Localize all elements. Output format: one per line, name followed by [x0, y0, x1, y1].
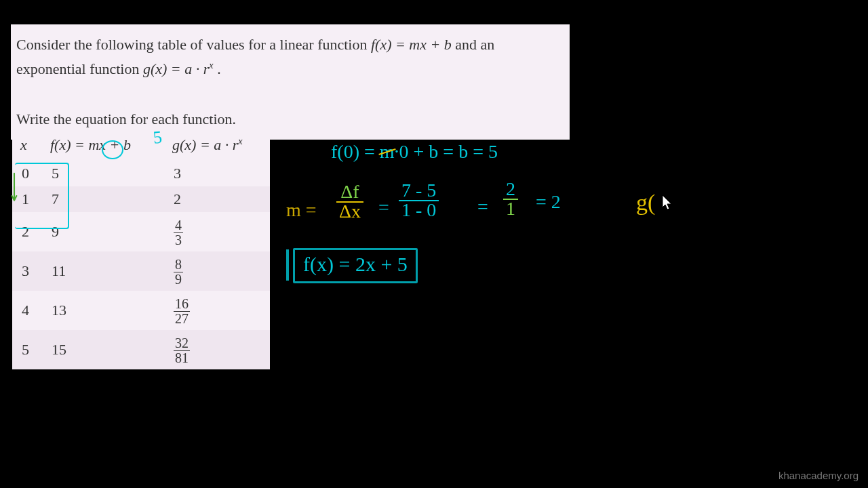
text: exponential function [16, 60, 143, 77]
cell-x: 4 [22, 302, 52, 319]
text-m-struck: m [380, 141, 395, 163]
text: . [214, 60, 221, 77]
annotation-box-rows [15, 163, 69, 229]
cell-g: 1627 [174, 295, 263, 326]
result-f: f(x) = 2x + 5 [303, 253, 408, 275]
derivation-m-frac2: 7 - 51 - 0 [399, 182, 439, 219]
den: 1 [503, 199, 518, 218]
den: 1 - 0 [399, 200, 439, 220]
cell-f: 9 [52, 223, 174, 241]
text-m: m [88, 136, 99, 153]
derivation-g-partial: g( [636, 190, 655, 216]
watermark: khanacademy.org [778, 470, 859, 481]
annotation-arrow-down [11, 172, 18, 206]
table-header: x f(x) = mx + b g(x) = a · rx [12, 130, 270, 161]
text-exp: x [238, 136, 242, 146]
text: f(0) = [331, 141, 380, 162]
derivation-m-frac3: 21 [503, 180, 518, 218]
text: ·0 + b = b = 5 [395, 141, 498, 162]
text: f(x) = [50, 136, 88, 153]
table-row: 4131627 [12, 291, 270, 330]
result-box: f(x) = 2x + 5 [293, 248, 418, 283]
formula-f: f(x) = mx + b [371, 36, 452, 53]
den: Δx [336, 201, 363, 221]
cell-g: 43 [174, 216, 263, 247]
table-row: 31189 [12, 251, 270, 291]
text: Consider the following table of values f… [16, 36, 371, 53]
text: g(x) = a · r [172, 136, 238, 153]
num: 2 [503, 180, 518, 199]
cell-g: 3281 [174, 334, 263, 365]
cell-g: 89 [174, 256, 263, 287]
col-header-x: x [20, 136, 50, 154]
result-box-left-bar [286, 249, 289, 281]
cell-f: 15 [52, 341, 174, 359]
num: 7 - 5 [399, 182, 439, 200]
cursor-icon [660, 194, 674, 211]
problem-line-3: Write the equation for each function. [16, 108, 564, 130]
cell-g: 2 [174, 190, 263, 208]
cell-f: 7 [52, 190, 174, 208]
text: m = [286, 199, 317, 220]
derivation-f0: f(0) = m·0 + b = b = 5 [331, 141, 498, 163]
eq-sign-2: = [477, 196, 488, 218]
cell-f: 13 [52, 302, 174, 319]
formula-g: g(x) = a · r [143, 60, 209, 77]
text: and an [452, 36, 495, 53]
problem-line-1: Consider the following table of values f… [16, 34, 564, 56]
eq-sign-1: = [378, 197, 389, 218]
annotation-circle-m [102, 140, 123, 159]
cell-g: 3 [174, 165, 263, 182]
problem-line-2: exponential function g(x) = a · rx . [16, 58, 564, 80]
problem-statement: Consider the following table of values f… [11, 24, 570, 140]
derivation-m-label: m = [286, 199, 317, 221]
derivation-m-result: = 2 [536, 191, 561, 213]
col-header-g: g(x) = a · rx [172, 136, 263, 154]
cell-f: 11 [52, 262, 174, 280]
num: Δf [338, 183, 361, 201]
table-row: 5153281 [12, 330, 270, 369]
cell-x: 3 [22, 262, 52, 280]
derivation-m-frac1: ΔfΔx [336, 183, 363, 220]
cell-f: 5 [52, 165, 174, 182]
cell-x: 5 [22, 341, 52, 359]
